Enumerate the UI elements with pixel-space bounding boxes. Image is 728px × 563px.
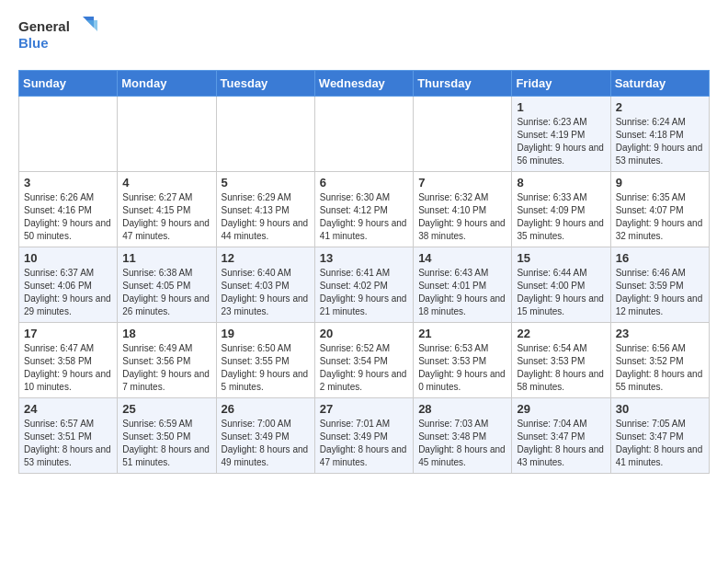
day-info: Sunrise: 6:23 AM Sunset: 4:19 PM Dayligh… bbox=[517, 116, 605, 167]
day-number: 24 bbox=[24, 402, 112, 416]
day-info: Sunrise: 7:00 AM Sunset: 3:49 PM Dayligh… bbox=[222, 418, 310, 469]
calendar-week-5: 24Sunrise: 6:57 AM Sunset: 3:51 PM Dayli… bbox=[19, 398, 710, 474]
calendar-cell: 28Sunrise: 7:03 AM Sunset: 3:48 PM Dayli… bbox=[414, 398, 512, 474]
day-number: 28 bbox=[418, 402, 506, 416]
day-info: Sunrise: 6:35 AM Sunset: 4:07 PM Dayligh… bbox=[616, 191, 704, 243]
calendar-cell: 7Sunrise: 6:32 AM Sunset: 4:10 PM Daylig… bbox=[414, 172, 512, 247]
day-number: 30 bbox=[616, 402, 704, 416]
day-number: 16 bbox=[616, 251, 704, 265]
calendar-cell: 15Sunrise: 6:44 AM Sunset: 4:00 PM Dayli… bbox=[512, 247, 610, 323]
calendar-cell: 17Sunrise: 6:47 AM Sunset: 3:58 PM Dayli… bbox=[19, 323, 118, 398]
calendar-cell bbox=[216, 97, 314, 172]
calendar-table: SundayMondayTuesdayWednesdayThursdayFrid… bbox=[18, 70, 710, 474]
weekday-header-thursday: Thursday bbox=[414, 71, 512, 97]
calendar-cell: 2Sunrise: 6:24 AM Sunset: 4:18 PM Daylig… bbox=[610, 97, 709, 172]
calendar-cell bbox=[19, 97, 118, 172]
calendar-cell: 25Sunrise: 6:59 AM Sunset: 3:50 PM Dayli… bbox=[118, 398, 216, 474]
day-info: Sunrise: 6:33 AM Sunset: 4:09 PM Dayligh… bbox=[517, 191, 605, 243]
day-number: 26 bbox=[222, 402, 310, 416]
day-info: Sunrise: 6:41 AM Sunset: 4:02 PM Dayligh… bbox=[320, 267, 408, 318]
calendar-cell: 4Sunrise: 6:27 AM Sunset: 4:15 PM Daylig… bbox=[118, 172, 216, 247]
calendar-header: SundayMondayTuesdayWednesdayThursdayFrid… bbox=[19, 71, 710, 97]
calendar-cell: 3Sunrise: 6:26 AM Sunset: 4:16 PM Daylig… bbox=[19, 172, 118, 247]
day-number: 11 bbox=[122, 251, 210, 265]
day-number: 8 bbox=[517, 176, 605, 190]
calendar-cell: 12Sunrise: 6:40 AM Sunset: 4:03 PM Dayli… bbox=[216, 247, 314, 323]
day-number: 17 bbox=[24, 327, 112, 340]
calendar-cell: 21Sunrise: 6:53 AM Sunset: 3:53 PM Dayli… bbox=[414, 323, 512, 398]
day-info: Sunrise: 6:56 AM Sunset: 3:52 PM Dayligh… bbox=[616, 342, 704, 394]
day-info: Sunrise: 6:53 AM Sunset: 3:53 PM Dayligh… bbox=[418, 342, 506, 394]
calendar-week-4: 17Sunrise: 6:47 AM Sunset: 3:58 PM Dayli… bbox=[19, 323, 710, 398]
calendar-cell: 27Sunrise: 7:01 AM Sunset: 3:49 PM Dayli… bbox=[314, 398, 413, 474]
day-info: Sunrise: 6:38 AM Sunset: 4:05 PM Dayligh… bbox=[122, 267, 210, 318]
calendar-cell: 29Sunrise: 7:04 AM Sunset: 3:47 PM Dayli… bbox=[512, 398, 610, 474]
day-info: Sunrise: 6:57 AM Sunset: 3:51 PM Dayligh… bbox=[24, 418, 112, 469]
day-number: 15 bbox=[517, 251, 605, 265]
day-number: 12 bbox=[222, 251, 310, 265]
svg-marker-3 bbox=[86, 20, 97, 31]
calendar-cell: 14Sunrise: 6:43 AM Sunset: 4:01 PM Dayli… bbox=[414, 247, 512, 323]
svg-text:Blue: Blue bbox=[18, 35, 49, 51]
calendar-cell: 20Sunrise: 6:52 AM Sunset: 3:54 PM Dayli… bbox=[314, 323, 413, 398]
weekday-header-tuesday: Tuesday bbox=[216, 71, 314, 97]
calendar-cell: 23Sunrise: 6:56 AM Sunset: 3:52 PM Dayli… bbox=[610, 323, 709, 398]
day-info: Sunrise: 6:24 AM Sunset: 4:18 PM Dayligh… bbox=[616, 116, 704, 167]
day-info: Sunrise: 6:43 AM Sunset: 4:01 PM Dayligh… bbox=[418, 267, 506, 318]
calendar-week-3: 10Sunrise: 6:37 AM Sunset: 4:06 PM Dayli… bbox=[19, 247, 710, 323]
day-number: 21 bbox=[418, 327, 506, 340]
calendar-week-2: 3Sunrise: 6:26 AM Sunset: 4:16 PM Daylig… bbox=[19, 172, 710, 247]
day-info: Sunrise: 7:01 AM Sunset: 3:49 PM Dayligh… bbox=[320, 418, 408, 469]
day-info: Sunrise: 7:03 AM Sunset: 3:48 PM Dayligh… bbox=[418, 418, 506, 469]
day-number: 23 bbox=[616, 327, 704, 340]
weekday-row: SundayMondayTuesdayWednesdayThursdayFrid… bbox=[19, 71, 710, 97]
header: General Blue bbox=[18, 15, 710, 55]
calendar-cell: 9Sunrise: 6:35 AM Sunset: 4:07 PM Daylig… bbox=[610, 172, 709, 247]
day-info: Sunrise: 6:50 AM Sunset: 3:55 PM Dayligh… bbox=[222, 342, 310, 394]
logo: General Blue bbox=[18, 15, 101, 55]
calendar-cell: 1Sunrise: 6:23 AM Sunset: 4:19 PM Daylig… bbox=[512, 97, 610, 172]
calendar-cell: 11Sunrise: 6:38 AM Sunset: 4:05 PM Dayli… bbox=[118, 247, 216, 323]
day-info: Sunrise: 6:52 AM Sunset: 3:54 PM Dayligh… bbox=[320, 342, 408, 394]
calendar-cell: 22Sunrise: 6:54 AM Sunset: 3:53 PM Dayli… bbox=[512, 323, 610, 398]
day-number: 13 bbox=[320, 251, 408, 265]
weekday-header-monday: Monday bbox=[118, 71, 216, 97]
weekday-header-saturday: Saturday bbox=[610, 71, 709, 97]
day-number: 6 bbox=[320, 176, 408, 190]
day-number: 25 bbox=[122, 402, 210, 416]
calendar-cell: 24Sunrise: 6:57 AM Sunset: 3:51 PM Dayli… bbox=[19, 398, 118, 474]
day-info: Sunrise: 6:26 AM Sunset: 4:16 PM Dayligh… bbox=[24, 191, 112, 243]
calendar-cell: 6Sunrise: 6:30 AM Sunset: 4:12 PM Daylig… bbox=[314, 172, 413, 247]
day-number: 29 bbox=[517, 402, 605, 416]
day-number: 1 bbox=[517, 100, 605, 114]
calendar-body: 1Sunrise: 6:23 AM Sunset: 4:19 PM Daylig… bbox=[19, 97, 710, 474]
calendar-cell: 16Sunrise: 6:46 AM Sunset: 3:59 PM Dayli… bbox=[610, 247, 709, 323]
day-info: Sunrise: 6:59 AM Sunset: 3:50 PM Dayligh… bbox=[122, 418, 210, 469]
day-info: Sunrise: 6:40 AM Sunset: 4:03 PM Dayligh… bbox=[222, 267, 310, 318]
day-info: Sunrise: 7:05 AM Sunset: 3:47 PM Dayligh… bbox=[616, 418, 704, 469]
weekday-header-wednesday: Wednesday bbox=[314, 71, 413, 97]
day-info: Sunrise: 6:44 AM Sunset: 4:00 PM Dayligh… bbox=[517, 267, 605, 318]
day-info: Sunrise: 6:29 AM Sunset: 4:13 PM Dayligh… bbox=[222, 191, 310, 243]
day-number: 5 bbox=[222, 176, 310, 190]
day-info: Sunrise: 6:27 AM Sunset: 4:15 PM Dayligh… bbox=[122, 191, 210, 243]
logo-svg: General Blue bbox=[18, 15, 101, 55]
day-info: Sunrise: 6:47 AM Sunset: 3:58 PM Dayligh… bbox=[24, 342, 112, 394]
calendar-cell: 10Sunrise: 6:37 AM Sunset: 4:06 PM Dayli… bbox=[19, 247, 118, 323]
page-container: General Blue SundayMondayTuesdayWednesda… bbox=[0, 0, 728, 488]
day-number: 10 bbox=[24, 251, 112, 265]
day-info: Sunrise: 6:32 AM Sunset: 4:10 PM Dayligh… bbox=[418, 191, 506, 243]
day-info: Sunrise: 7:04 AM Sunset: 3:47 PM Dayligh… bbox=[517, 418, 605, 469]
day-number: 9 bbox=[616, 176, 704, 190]
day-number: 2 bbox=[616, 100, 704, 114]
day-info: Sunrise: 6:54 AM Sunset: 3:53 PM Dayligh… bbox=[517, 342, 605, 394]
calendar-cell: 5Sunrise: 6:29 AM Sunset: 4:13 PM Daylig… bbox=[216, 172, 314, 247]
calendar-cell: 19Sunrise: 6:50 AM Sunset: 3:55 PM Dayli… bbox=[216, 323, 314, 398]
calendar-week-1: 1Sunrise: 6:23 AM Sunset: 4:19 PM Daylig… bbox=[19, 97, 710, 172]
day-number: 27 bbox=[320, 402, 408, 416]
calendar-cell: 26Sunrise: 7:00 AM Sunset: 3:49 PM Dayli… bbox=[216, 398, 314, 474]
day-number: 7 bbox=[418, 176, 506, 190]
day-number: 3 bbox=[24, 176, 112, 190]
day-number: 22 bbox=[517, 327, 605, 340]
weekday-header-sunday: Sunday bbox=[19, 71, 118, 97]
